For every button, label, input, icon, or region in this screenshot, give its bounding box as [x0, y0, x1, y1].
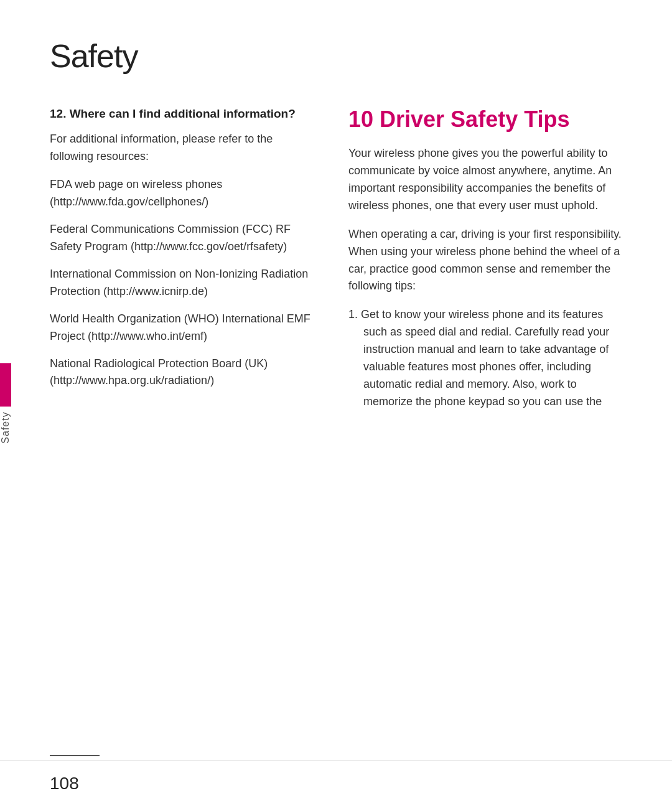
bottom-line-decoration	[50, 755, 100, 756]
resource-item-3: International Commission on Non-Ionizing…	[50, 266, 311, 301]
right-column: 10 Driver Safety Tips Your wireless phon…	[348, 106, 628, 419]
section-heading: 12. Where can I find additional informat…	[50, 106, 311, 122]
left-column: 12. Where can I find additional informat…	[50, 106, 311, 419]
two-column-layout: 12. Where can I find additional informat…	[50, 106, 628, 419]
resource-item-2: Federal Communications Commission (FCC) …	[50, 221, 311, 256]
driver-tips-heading: 10 Driver Safety Tips	[348, 106, 628, 133]
page-title: Safety	[50, 37, 628, 75]
right-intro-paragraph-1: Your wireless phone gives you the powerf…	[348, 145, 628, 215]
side-tab-bar	[0, 363, 11, 406]
side-tab: Safety	[0, 363, 11, 443]
bottom-bar: 108	[0, 761, 672, 806]
side-tab-label: Safety	[0, 411, 11, 443]
page-container: Safety 12. Where can I find additional i…	[0, 0, 672, 806]
resource-item-5: National Radiological Protection Board (…	[50, 355, 311, 390]
tip-item-1: 1. Get to know your wireless phone and i…	[348, 306, 628, 410]
intro-text: For additional information, please refer…	[50, 131, 311, 166]
right-intro-paragraph-2: When operating a car, driving is your fi…	[348, 226, 628, 296]
resource-item-4: World Health Organization (WHO) Internat…	[50, 311, 311, 345]
resource-item-1: FDA web page on wireless phones (http://…	[50, 176, 311, 211]
page-number: 108	[50, 774, 79, 794]
